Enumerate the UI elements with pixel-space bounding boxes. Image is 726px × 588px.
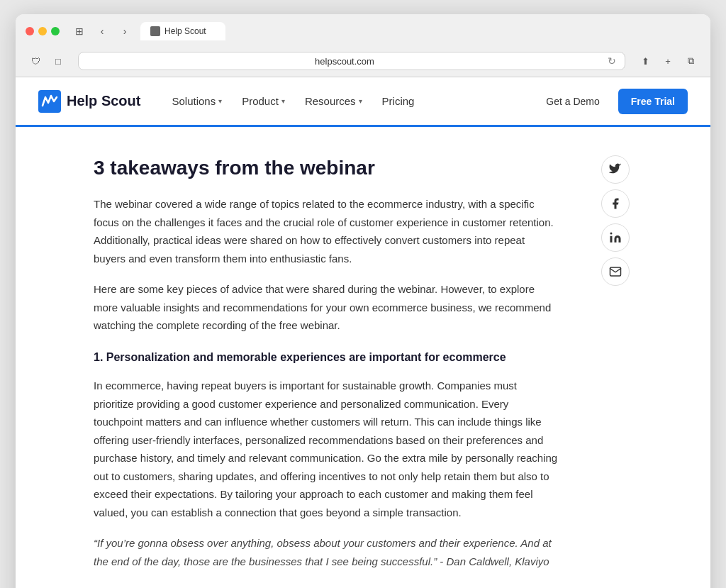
article-title: 3 takeaways from the webinar — [94, 155, 559, 181]
browser-window: ⊞ ‹ › Help Scout 🛡 □ helpscout.com ↻ ⬆ +… — [16, 14, 710, 588]
section1-heading: 1. Personalization and memorable experie… — [94, 348, 559, 367]
article-paragraph-1: The webinar covered a wide range of topi… — [94, 195, 559, 267]
address-bar-url: helpscout.com — [87, 56, 602, 67]
chevron-down-icon: ▾ — [281, 97, 285, 105]
svg-rect-1 — [610, 236, 613, 243]
twitter-icon — [609, 163, 622, 176]
browser-toolbar: 🛡 □ helpscout.com ↻ ⬆ + ⧉ — [26, 47, 700, 77]
navbar: Help Scout Solutions ▾ Product ▾ Resourc… — [16, 77, 710, 127]
facebook-icon — [609, 197, 622, 210]
chevron-down-icon: ▾ — [218, 97, 222, 105]
linkedin-share-button[interactable] — [601, 223, 630, 252]
minimize-button[interactable] — [38, 27, 47, 35]
maximize-button[interactable] — [51, 27, 60, 35]
traffic-lights — [26, 27, 60, 35]
get-demo-button[interactable]: Get a Demo — [536, 90, 609, 113]
address-bar[interactable]: helpscout.com ↻ — [78, 52, 625, 70]
share-icon[interactable]: ⬆ — [635, 51, 655, 71]
new-tab-icon[interactable]: + — [658, 51, 678, 71]
refresh-icon[interactable]: ↻ — [608, 55, 616, 67]
browser-chrome: ⊞ ‹ › Help Scout 🛡 □ helpscout.com ↻ ⬆ +… — [16, 14, 710, 77]
email-icon — [609, 265, 622, 278]
browser-nav-buttons: ⊞ ‹ › — [69, 21, 135, 41]
email-share-button[interactable] — [601, 257, 630, 286]
section2-heading: 2. Close the feedback loop with customer… — [94, 583, 559, 588]
facebook-share-button[interactable] — [601, 189, 630, 218]
sidebar-toggle-button[interactable]: ⊞ — [69, 21, 89, 41]
tab-favicon — [150, 26, 160, 36]
linkedin-icon — [609, 231, 622, 244]
social-sidebar — [601, 127, 632, 588]
free-trial-button[interactable]: Free Trial — [618, 89, 688, 114]
article-quote: “If you’re gonna obsess over anything, o… — [94, 534, 559, 570]
tab-label: Help Scout — [164, 26, 206, 36]
article-paragraph-2: Here are some key pieces of advice that … — [94, 280, 559, 335]
twitter-share-button[interactable] — [601, 155, 630, 184]
nav-item-product[interactable]: Product ▾ — [233, 91, 294, 111]
nav-item-resources[interactable]: Resources ▾ — [296, 91, 371, 111]
article-content: 3 takeaways from the webinar The webinar… — [94, 127, 601, 588]
nav-item-solutions[interactable]: Solutions ▾ — [163, 91, 230, 111]
toolbar-left-icons: 🛡 □ — [26, 51, 68, 71]
toolbar-right-icons: ⬆ + ⧉ — [635, 51, 700, 71]
article-body: The webinar covered a wide range of topi… — [94, 195, 559, 588]
chevron-down-icon: ▾ — [359, 97, 362, 105]
website-content: Help Scout Solutions ▾ Product ▾ Resourc… — [16, 77, 710, 588]
logo-text: Help Scout — [67, 93, 140, 109]
logo-link[interactable]: Help Scout — [38, 90, 140, 113]
back-button[interactable]: ‹ — [92, 21, 112, 41]
nav-item-pricing[interactable]: Pricing — [374, 91, 423, 111]
close-button[interactable] — [26, 27, 34, 35]
article-wrapper: 3 takeaways from the webinar The webinar… — [37, 127, 689, 588]
tabs-overview-icon[interactable]: ⧉ — [681, 51, 700, 71]
forward-button[interactable]: › — [115, 21, 135, 41]
nav-cta: Get a Demo Free Trial — [536, 89, 688, 114]
browser-tab[interactable]: Help Scout — [140, 22, 225, 40]
section1-body: In ecommerce, having repeat buyers is im… — [94, 377, 559, 521]
shield-icon: 🛡 — [26, 51, 45, 71]
svg-point-2 — [610, 233, 613, 235]
logo-icon — [38, 90, 61, 113]
nav-links: Solutions ▾ Product ▾ Resources ▾ Pricin… — [163, 91, 536, 111]
bookmark-icon[interactable]: □ — [48, 51, 68, 71]
